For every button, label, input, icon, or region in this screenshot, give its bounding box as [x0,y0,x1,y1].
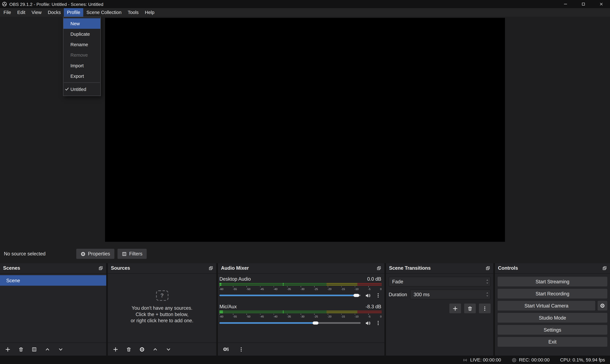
profile-menu-duplicate[interactable]: Duplicate [63,29,100,39]
trash-icon [467,306,473,311]
profile-menu-new[interactable]: New [63,18,100,29]
scale-tick: 0 [380,288,382,290]
rec-status: REC: 00:00:00 [512,357,549,363]
scale-tick: -20 [327,288,331,290]
meter-tickmarks [219,314,382,315]
properties-button[interactable]: Properties [76,249,114,259]
profile-menu-import[interactable]: Import [63,60,100,71]
mute-button[interactable] [364,320,371,326]
channel-menu-button[interactable] [375,320,382,326]
scenes-dock-title: Scenes [3,265,20,271]
popout-icon[interactable] [208,266,213,271]
popout-icon[interactable] [486,266,490,271]
add-transition-button[interactable] [449,303,461,313]
close-icon [599,2,603,6]
scene-list-item[interactable]: Scene [0,275,106,286]
popout-icon[interactable] [98,266,103,271]
live-status: LIVE: 00:00:00 [463,357,501,363]
transitions-dock-header[interactable]: Scene Transitions [386,263,493,274]
transition-properties-button[interactable] [479,303,490,313]
volume-slider[interactable] [219,293,361,298]
scale-tick: -20 [327,315,331,318]
scale-tick: -35 [287,288,291,290]
spin-down-icon [486,295,489,297]
volume-meter [219,283,382,284]
scale-tick: -5 [368,288,370,290]
scene-up-button[interactable] [43,345,51,353]
scenes-dock-header[interactable]: Scenes [0,263,106,274]
scale-tick: -15 [341,288,345,290]
remove-transition-button[interactable] [464,303,476,313]
menu-profile[interactable]: Profile [64,8,83,17]
virtual-camera-config-button[interactable] [598,301,607,311]
menu-scene-collection[interactable]: Scene Collection [83,8,124,17]
menu-view[interactable]: View [28,8,45,17]
dock-area: Scenes Scene Sources [0,263,610,356]
advanced-audio-icon [223,346,229,352]
volume-meter [219,312,382,313]
source-toolbar: No source selected Properties Filters [0,248,610,260]
check-icon [65,87,69,91]
scale-tick: -55 [233,315,237,318]
slider-handle[interactable] [312,322,318,325]
scale-tick: -30 [300,288,304,290]
duration-spinbox[interactable]: 300 ms [410,289,490,299]
profile-menu-export[interactable]: Export [63,71,100,81]
source-down-button[interactable] [165,345,172,353]
slider-handle[interactable] [353,294,359,297]
menu-help[interactable]: Help [142,8,158,17]
controls-dock-header[interactable]: Controls [495,263,610,274]
mixer-menu-button[interactable] [237,345,245,353]
profile-menu-untitled[interactable]: Untitled [63,84,100,94]
source-up-button[interactable] [151,345,159,353]
gear-icon [600,303,605,308]
advanced-audio-button[interactable] [222,345,230,353]
sources-dock-header[interactable]: Sources [108,263,216,274]
filter-icon [122,251,127,256]
audio-mixer-dock-header[interactable]: Audio Mixer [218,263,384,274]
start-recording-button[interactable]: Start Recording [498,289,607,299]
popout-icon[interactable] [377,266,381,271]
profile-menu-rename[interactable]: Rename [63,39,100,50]
scale-tick: 0 [380,315,382,318]
maximize-button[interactable] [574,0,592,8]
chevron-down-icon [486,282,489,284]
remove-scene-button[interactable] [17,345,25,353]
channel-menu-button[interactable] [375,292,382,299]
window-title: OBS 29.1.2 - Profile: Untitled - Scenes:… [9,2,103,6]
menu-docks[interactable]: Docks [45,8,64,17]
start-streaming-button[interactable]: Start Streaming [498,277,607,286]
transition-select[interactable]: Fade [389,277,491,286]
menu-edit[interactable]: Edit [14,8,28,17]
gear-icon [139,347,145,352]
mute-button[interactable] [364,292,371,299]
settings-button[interactable]: Settings [498,325,607,335]
add-scene-button[interactable] [4,345,12,353]
menu-file[interactable]: File [0,8,14,17]
system-stats: CPU: 0.1%, 59.94 fps [560,357,605,363]
start-virtual-camera-button[interactable]: Start Virtual Camera [498,301,595,311]
minimize-button[interactable] [556,0,574,8]
preview-canvas[interactable] [105,18,505,242]
remove-source-button[interactable] [125,345,133,353]
chevron-down-icon [166,347,171,352]
chevron-up-icon [486,279,489,281]
menu-tools[interactable]: Tools [124,8,142,17]
sources-empty-state[interactable]: You don't have any sources. Click the + … [108,274,216,342]
filters-button[interactable]: Filters [117,249,147,259]
scene-down-button[interactable] [57,345,65,353]
studio-mode-button[interactable]: Studio Mode [498,313,607,323]
chevron-up-icon [152,347,158,352]
exit-button[interactable]: Exit [498,337,607,347]
scene-filters-button[interactable] [30,345,38,353]
channel-level: 0.0 dB [367,276,381,282]
close-button[interactable] [592,0,610,8]
add-source-button[interactable] [112,345,120,353]
trash-icon [18,347,24,352]
meter-tickmarks [219,286,382,287]
popout-icon[interactable] [602,266,607,271]
scale-tick: -15 [341,315,345,318]
scale-tick: -40 [273,315,277,318]
source-properties-button[interactable] [138,345,146,353]
volume-slider[interactable] [219,320,361,326]
